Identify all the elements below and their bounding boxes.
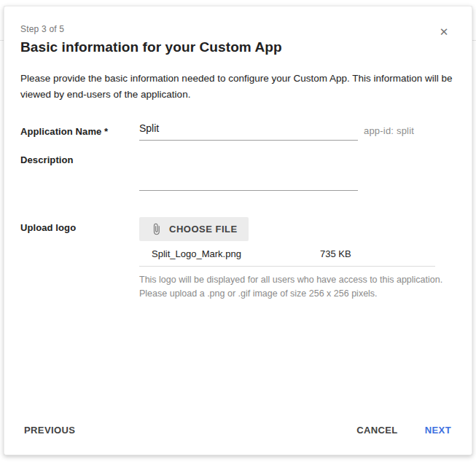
upload-help-line-1: This logo will be displayed for all user… <box>139 273 464 287</box>
dialog-title: Basic information for your Custom App <box>20 39 456 55</box>
uploaded-file-row: Split_Logo_Mark.png 735 KB <box>139 248 435 267</box>
upload-help-line-2: Please upload a .png or .gif image of si… <box>139 287 464 301</box>
choose-file-button[interactable]: CHOOSE FILE <box>139 217 249 241</box>
upload-logo-controls: CHOOSE FILE Split_Logo_Mark.png 735 KB T… <box>139 217 464 300</box>
application-name-label: Application Name * <box>20 121 139 137</box>
dialog-footer: PREVIOUS CANCEL NEXT <box>24 422 451 439</box>
application-name-input[interactable] <box>139 121 358 141</box>
description-row: Description <box>20 149 456 191</box>
next-button[interactable]: NEXT <box>425 422 451 439</box>
intro-text: Please provide the basic information nee… <box>20 71 456 103</box>
paperclip-icon <box>150 223 163 235</box>
previous-button[interactable]: PREVIOUS <box>24 422 75 439</box>
step-indicator: Step 3 of 5 <box>20 24 456 34</box>
app-id-hint: app-id: split <box>364 121 414 136</box>
upload-logo-label: Upload logo <box>20 217 139 233</box>
footer-right-actions: CANCEL NEXT <box>356 422 451 439</box>
intro-line-1: Please provide the basic information nee… <box>20 71 456 87</box>
description-input[interactable] <box>139 149 358 191</box>
uploaded-file-name: Split_Logo_Mark.png <box>152 248 320 259</box>
upload-help-text: This logo will be displayed for all user… <box>139 273 464 300</box>
basic-info-form: Application Name * app-id: split Descrip… <box>20 121 456 300</box>
uploaded-file-size: 735 KB <box>320 248 351 259</box>
close-icon[interactable]: ✕ <box>437 24 451 39</box>
cancel-button[interactable]: CANCEL <box>356 422 398 439</box>
choose-file-label: CHOOSE FILE <box>169 224 238 235</box>
application-name-row: Application Name * app-id: split <box>20 121 456 141</box>
upload-logo-row: Upload logo CHOOSE FILE Split_Logo_Mark.… <box>20 217 456 300</box>
custom-app-wizard-dialog: ✕ Step 3 of 5 Basic information for your… <box>4 6 472 455</box>
description-label: Description <box>20 149 139 165</box>
intro-line-2: viewed by end-users of the application. <box>20 87 456 103</box>
